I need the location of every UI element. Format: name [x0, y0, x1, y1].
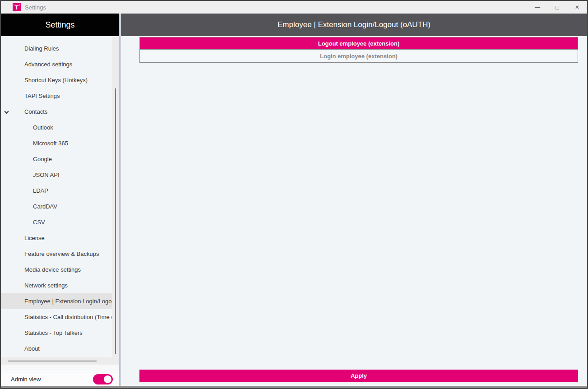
- sidebar-item-dialing-rules[interactable]: Dialing Rules: [1, 41, 112, 56]
- sidebar-item-employee-extension-login-logout-oauth[interactable]: Employee | Extension Login/Logout (oAUTH…: [1, 293, 112, 309]
- main-panel: Employee | Extension Login/Logout (oAUTH…: [121, 14, 587, 386]
- login-employee-button[interactable]: Login employee (extension): [140, 49, 578, 62]
- sidebar-item-label: Contacts: [24, 108, 47, 115]
- login-logout-button-group: Logout employee (extension) Login employ…: [139, 37, 578, 63]
- toggle-knob: [104, 375, 111, 383]
- sidebar-item-statistics-top-talkers[interactable]: Statistics - Top Talkers: [1, 325, 112, 341]
- sidebar-item-label: CSV: [33, 219, 45, 226]
- sidebar-item-label: Feature overview & Backups: [24, 250, 99, 257]
- sidebar-item-carddav[interactable]: CardDAV: [1, 199, 112, 214]
- close-button[interactable]: ✕: [567, 1, 587, 14]
- sidebar-item-advanced-settings[interactable]: Advanced settings: [1, 56, 112, 72]
- sidebar-item-label: CardDAV: [33, 203, 57, 210]
- vertical-scrollbar-thumb[interactable]: [115, 88, 116, 354]
- sidebar-item-network-settings[interactable]: Network settings: [1, 278, 112, 293]
- sidebar-item-license[interactable]: License: [1, 230, 112, 246]
- sidebar-item-label: Statistics - Top Talkers: [24, 329, 83, 336]
- sidebar-item-ldap[interactable]: LDAP: [1, 183, 112, 199]
- sidebar-vertical-scrollbar[interactable]: [112, 36, 119, 357]
- admin-view-label: Admin view: [11, 376, 41, 383]
- maximize-icon: □: [556, 4, 559, 11]
- sidebar-item-label: Microsoft 365: [33, 140, 68, 147]
- sidebar-item-label: JSON API: [33, 171, 60, 178]
- sidebar-item-about[interactable]: About: [1, 341, 112, 357]
- sidebar-item-label: Statistics - Call distribution (Time of …: [24, 314, 112, 320]
- content-area: Logout employee (extension) Login employ…: [121, 36, 587, 386]
- sidebar-item-label: Employee | Extension Login/Logout (oAUTH…: [24, 298, 112, 305]
- sidebar-item-google[interactable]: Google: [1, 151, 112, 167]
- minimize-button[interactable]: —: [528, 1, 547, 14]
- admin-view-bar: Admin view: [1, 372, 119, 386]
- sidebar-item-label: Google: [33, 156, 52, 162]
- sidebar-item-label: License: [24, 235, 45, 241]
- close-icon: ✕: [575, 4, 579, 10]
- sidebar-item-label: Media device settings: [24, 266, 81, 273]
- app-body: Settings Dialing RulesAdvanced settingsS…: [1, 14, 587, 386]
- minimize-icon: —: [535, 4, 540, 10]
- page-title: Employee | Extension Login/Logout (oAUTH…: [121, 14, 587, 36]
- sidebar-scroll-area: Dialing RulesAdvanced settingsShortcut K…: [1, 36, 119, 357]
- chevron-down-icon: [5, 109, 9, 114]
- window-controls: — □ ✕: [528, 1, 587, 14]
- sidebar-item-label: Shortcut Keys (Hotkeys): [24, 77, 88, 83]
- sidebar-item-statistics-call-distribution-time-of-day[interactable]: Statistics - Call distribution (Time of …: [1, 309, 112, 325]
- sidebar: Settings Dialing RulesAdvanced settingsS…: [1, 14, 119, 386]
- telekom-logo-glyph: T: [15, 5, 19, 10]
- sidebar-item-label: Advanced settings: [24, 61, 72, 68]
- sidebar-item-feature-overview-backups[interactable]: Feature overview & Backups: [1, 246, 112, 262]
- sidebar-nav: Dialing RulesAdvanced settingsShortcut K…: [1, 36, 112, 357]
- sidebar-item-label: Network settings: [24, 282, 68, 289]
- sidebar-item-label: TAPI Settings: [24, 93, 60, 99]
- horizontal-scrollbar-thumb[interactable]: [8, 361, 97, 361]
- logout-employee-button[interactable]: Logout employee (extension): [140, 37, 578, 49]
- sidebar-item-csv[interactable]: CSV: [1, 214, 112, 230]
- maximize-button[interactable]: □: [547, 1, 567, 14]
- admin-view-toggle[interactable]: [93, 374, 113, 384]
- sidebar-header: Settings: [1, 14, 119, 36]
- sidebar-item-contacts[interactable]: Contacts: [1, 104, 112, 120]
- sidebar-item-label: Dialing Rules: [24, 45, 59, 52]
- settings-window: T Settings — □ ✕ Settings Dialing RulesA…: [0, 0, 588, 389]
- sidebar-item-media-device-settings[interactable]: Media device settings: [1, 262, 112, 278]
- sidebar-horizontal-scrollbar[interactable]: [1, 357, 119, 365]
- window-resize-edge: [1, 386, 587, 388]
- titlebar: T Settings — □ ✕: [1, 1, 587, 14]
- sidebar-item-microsoft-365[interactable]: Microsoft 365: [1, 135, 112, 151]
- sidebar-item-json-api[interactable]: JSON API: [1, 167, 112, 183]
- window-title: Settings: [25, 4, 46, 11]
- apply-button[interactable]: Apply: [139, 370, 578, 382]
- telekom-logo-icon: T: [13, 3, 21, 11]
- sidebar-item-outlook[interactable]: Outlook: [1, 120, 112, 135]
- sidebar-bottom-gap: [1, 365, 119, 372]
- sidebar-item-label: LDAP: [33, 187, 48, 194]
- sidebar-item-tapi-settings[interactable]: TAPI Settings: [1, 88, 112, 104]
- sidebar-item-shortcut-keys-hotkeys[interactable]: Shortcut Keys (Hotkeys): [1, 72, 112, 88]
- sidebar-item-label: About: [24, 345, 40, 352]
- sidebar-item-label: Outlook: [33, 124, 53, 131]
